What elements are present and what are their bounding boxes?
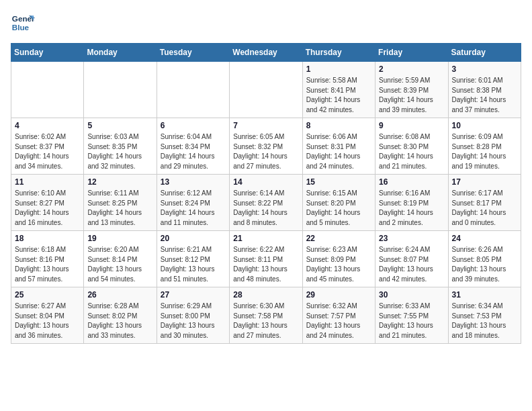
day-info: Sunrise: 6:17 AM Sunset: 8:17 PM Dayligh… xyxy=(452,189,517,228)
calendar-cell: 11Sunrise: 6:10 AM Sunset: 8:27 PM Dayli… xyxy=(11,175,84,231)
day-number: 11 xyxy=(15,177,80,187)
day-number: 26 xyxy=(87,290,152,300)
weekday-header-monday: Monday xyxy=(84,44,157,62)
day-number: 30 xyxy=(379,290,444,300)
day-info: Sunrise: 6:29 AM Sunset: 8:00 PM Dayligh… xyxy=(161,302,226,340)
day-info: Sunrise: 6:30 AM Sunset: 7:58 PM Dayligh… xyxy=(233,302,298,340)
calendar-week-5: 25Sunrise: 6:27 AM Sunset: 8:04 PM Dayli… xyxy=(11,287,521,344)
day-info: Sunrise: 6:09 AM Sunset: 8:28 PM Dayligh… xyxy=(452,132,517,171)
calendar-cell: 23Sunrise: 6:24 AM Sunset: 8:07 PM Dayli… xyxy=(375,231,448,287)
day-number: 31 xyxy=(452,290,517,300)
page-header: General Blue xyxy=(11,11,521,35)
day-info: Sunrise: 6:16 AM Sunset: 8:19 PM Dayligh… xyxy=(379,189,444,228)
day-info: Sunrise: 6:05 AM Sunset: 8:32 PM Dayligh… xyxy=(233,132,298,171)
calendar-cell: 9Sunrise: 6:08 AM Sunset: 8:30 PM Daylig… xyxy=(375,118,448,175)
day-info: Sunrise: 6:08 AM Sunset: 8:30 PM Dayligh… xyxy=(379,132,444,171)
calendar-cell: 28Sunrise: 6:30 AM Sunset: 7:58 PM Dayli… xyxy=(230,287,302,344)
day-number: 13 xyxy=(161,177,226,187)
day-number: 14 xyxy=(233,177,298,187)
logo-icon: General Blue xyxy=(11,11,35,35)
day-number: 28 xyxy=(233,290,298,300)
calendar-cell: 22Sunrise: 6:23 AM Sunset: 8:09 PM Dayli… xyxy=(302,231,375,287)
day-info: Sunrise: 5:59 AM Sunset: 8:39 PM Dayligh… xyxy=(379,76,444,115)
day-number: 17 xyxy=(452,177,517,187)
day-info: Sunrise: 6:34 AM Sunset: 7:53 PM Dayligh… xyxy=(452,302,517,340)
day-number: 6 xyxy=(161,121,226,130)
calendar-cell: 15Sunrise: 6:15 AM Sunset: 8:20 PM Dayli… xyxy=(302,175,375,231)
calendar-cell: 2Sunrise: 5:59 AM Sunset: 8:39 PM Daylig… xyxy=(375,62,448,118)
calendar-cell: 1Sunrise: 5:58 AM Sunset: 8:41 PM Daylig… xyxy=(302,62,375,118)
day-number: 9 xyxy=(379,121,444,130)
day-info: Sunrise: 6:11 AM Sunset: 8:25 PM Dayligh… xyxy=(87,189,152,228)
day-info: Sunrise: 6:03 AM Sunset: 8:35 PM Dayligh… xyxy=(87,132,152,171)
day-number: 18 xyxy=(15,234,80,243)
day-info: Sunrise: 6:24 AM Sunset: 8:07 PM Dayligh… xyxy=(379,245,444,284)
day-number: 22 xyxy=(306,234,371,243)
calendar-cell: 25Sunrise: 6:27 AM Sunset: 8:04 PM Dayli… xyxy=(11,287,84,344)
calendar-cell: 30Sunrise: 6:33 AM Sunset: 7:55 PM Dayli… xyxy=(375,287,448,344)
calendar-cell: 26Sunrise: 6:28 AM Sunset: 8:02 PM Dayli… xyxy=(84,287,157,344)
day-info: Sunrise: 5:58 AM Sunset: 8:41 PM Dayligh… xyxy=(306,76,371,115)
calendar-cell: 7Sunrise: 6:05 AM Sunset: 8:32 PM Daylig… xyxy=(230,118,302,175)
calendar-cell xyxy=(11,62,84,118)
day-info: Sunrise: 6:32 AM Sunset: 7:57 PM Dayligh… xyxy=(306,302,371,340)
day-info: Sunrise: 6:06 AM Sunset: 8:31 PM Dayligh… xyxy=(306,132,371,171)
calendar-week-2: 4Sunrise: 6:02 AM Sunset: 8:37 PM Daylig… xyxy=(11,118,521,175)
day-info: Sunrise: 6:23 AM Sunset: 8:09 PM Dayligh… xyxy=(306,245,371,284)
calendar-cell: 6Sunrise: 6:04 AM Sunset: 8:34 PM Daylig… xyxy=(157,118,229,175)
day-number: 10 xyxy=(452,121,517,130)
weekday-header-thursday: Thursday xyxy=(302,44,375,62)
day-info: Sunrise: 6:33 AM Sunset: 7:55 PM Dayligh… xyxy=(379,302,444,340)
day-number: 16 xyxy=(379,177,444,187)
calendar-cell: 19Sunrise: 6:20 AM Sunset: 8:14 PM Dayli… xyxy=(84,231,157,287)
calendar-cell xyxy=(84,62,157,118)
calendar-table: SundayMondayTuesdayWednesdayThursdayFrid… xyxy=(11,43,521,344)
weekday-header-tuesday: Tuesday xyxy=(157,44,229,62)
calendar-cell: 17Sunrise: 6:17 AM Sunset: 8:17 PM Dayli… xyxy=(448,175,521,231)
header-row: SundayMondayTuesdayWednesdayThursdayFrid… xyxy=(11,44,521,62)
calendar-week-3: 11Sunrise: 6:10 AM Sunset: 8:27 PM Dayli… xyxy=(11,175,521,231)
day-info: Sunrise: 6:18 AM Sunset: 8:16 PM Dayligh… xyxy=(15,245,80,284)
day-info: Sunrise: 6:27 AM Sunset: 8:04 PM Dayligh… xyxy=(15,302,80,340)
day-number: 4 xyxy=(15,121,80,130)
weekday-header-sunday: Sunday xyxy=(11,44,84,62)
calendar-cell: 31Sunrise: 6:34 AM Sunset: 7:53 PM Dayli… xyxy=(448,287,521,344)
calendar-cell: 24Sunrise: 6:26 AM Sunset: 8:05 PM Dayli… xyxy=(448,231,521,287)
day-info: Sunrise: 6:28 AM Sunset: 8:02 PM Dayligh… xyxy=(87,302,152,340)
day-number: 15 xyxy=(306,177,371,187)
calendar-cell: 4Sunrise: 6:02 AM Sunset: 8:37 PM Daylig… xyxy=(11,118,84,175)
day-number: 5 xyxy=(87,121,152,130)
calendar-cell: 18Sunrise: 6:18 AM Sunset: 8:16 PM Dayli… xyxy=(11,231,84,287)
day-number: 7 xyxy=(233,121,298,130)
calendar-cell xyxy=(157,62,229,118)
calendar-cell: 14Sunrise: 6:14 AM Sunset: 8:22 PM Dayli… xyxy=(230,175,302,231)
day-number: 29 xyxy=(306,290,371,300)
calendar-cell: 5Sunrise: 6:03 AM Sunset: 8:35 PM Daylig… xyxy=(84,118,157,175)
calendar-week-1: 1Sunrise: 5:58 AM Sunset: 8:41 PM Daylig… xyxy=(11,62,521,118)
calendar-cell: 21Sunrise: 6:22 AM Sunset: 8:11 PM Dayli… xyxy=(230,231,302,287)
weekday-header-saturday: Saturday xyxy=(448,44,521,62)
day-number: 27 xyxy=(161,290,226,300)
svg-text:Blue: Blue xyxy=(12,23,30,32)
weekday-header-friday: Friday xyxy=(375,44,448,62)
day-number: 3 xyxy=(452,64,517,74)
calendar-cell: 12Sunrise: 6:11 AM Sunset: 8:25 PM Dayli… xyxy=(84,175,157,231)
calendar-cell: 8Sunrise: 6:06 AM Sunset: 8:31 PM Daylig… xyxy=(302,118,375,175)
day-info: Sunrise: 6:04 AM Sunset: 8:34 PM Dayligh… xyxy=(161,132,226,171)
day-info: Sunrise: 6:26 AM Sunset: 8:05 PM Dayligh… xyxy=(452,245,517,284)
weekday-header-wednesday: Wednesday xyxy=(230,44,302,62)
day-number: 24 xyxy=(452,234,517,243)
calendar-week-4: 18Sunrise: 6:18 AM Sunset: 8:16 PM Dayli… xyxy=(11,231,521,287)
day-info: Sunrise: 6:22 AM Sunset: 8:11 PM Dayligh… xyxy=(233,245,298,284)
day-number: 19 xyxy=(87,234,152,243)
calendar-cell: 20Sunrise: 6:21 AM Sunset: 8:12 PM Dayli… xyxy=(157,231,229,287)
day-number: 20 xyxy=(161,234,226,243)
calendar-cell: 16Sunrise: 6:16 AM Sunset: 8:19 PM Dayli… xyxy=(375,175,448,231)
calendar-cell: 29Sunrise: 6:32 AM Sunset: 7:57 PM Dayli… xyxy=(302,287,375,344)
day-number: 8 xyxy=(306,121,371,130)
logo: General Blue xyxy=(11,11,35,35)
day-number: 12 xyxy=(87,177,152,187)
calendar-cell: 13Sunrise: 6:12 AM Sunset: 8:24 PM Dayli… xyxy=(157,175,229,231)
day-info: Sunrise: 6:10 AM Sunset: 8:27 PM Dayligh… xyxy=(15,189,80,228)
day-info: Sunrise: 6:02 AM Sunset: 8:37 PM Dayligh… xyxy=(15,132,80,171)
